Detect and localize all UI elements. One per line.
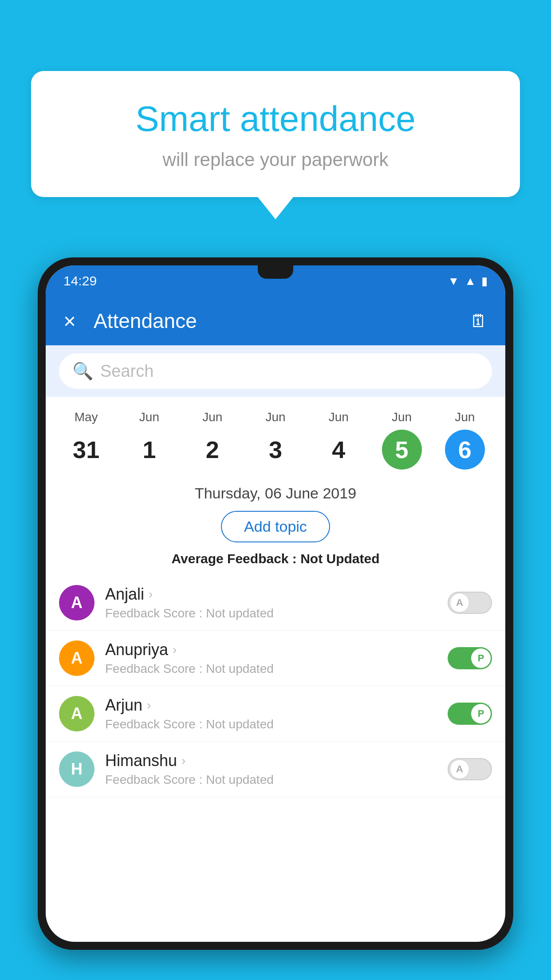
chevron-icon: › <box>149 587 153 601</box>
cal-month: Jun <box>265 410 285 424</box>
search-icon: 🔍 <box>72 361 93 381</box>
toggle-knob: P <box>471 648 491 668</box>
speech-bubble-tail <box>258 197 293 219</box>
cal-month: Jun <box>202 410 222 424</box>
attendance-toggle[interactable]: P <box>448 703 492 725</box>
bubble-subtitle: will replace your paperwork <box>67 149 484 170</box>
cal-date: 1 <box>129 430 169 470</box>
phone-outer: 14:29 ▼ ▲ ▮ × Attendance 🗓 🔍 Search <box>38 257 513 950</box>
search-bar[interactable]: 🔍 Search <box>59 353 492 389</box>
add-topic-button[interactable]: Add topic <box>221 511 330 542</box>
student-item[interactable]: AAnjali ›Feedback Score : Not updatedA <box>46 575 505 631</box>
avatar: H <box>59 751 94 787</box>
cal-month: Jun <box>329 410 349 424</box>
selected-date: Thursday, 06 June 2019 <box>46 485 505 502</box>
calendar-cell[interactable]: Jun2 <box>181 406 244 474</box>
bubble-title: Smart attendance <box>67 98 484 140</box>
feedback-score: Feedback Score : Not updated <box>105 773 437 787</box>
avatar: A <box>59 640 94 676</box>
student-info: Anupriya ›Feedback Score : Not updated <box>105 640 437 676</box>
search-bar-container: 🔍 Search <box>46 345 505 397</box>
attendance-toggle[interactable]: P <box>448 647 492 669</box>
avatar: A <box>59 585 94 620</box>
calendar-icon[interactable]: 🗓 <box>470 311 488 331</box>
calendar-cell[interactable]: Jun3 <box>244 406 307 474</box>
calendar-cell[interactable]: Jun1 <box>118 406 181 474</box>
student-name: Himanshu › <box>105 751 437 770</box>
calendar-cell[interactable]: May31 <box>55 406 118 474</box>
cal-month: Jun <box>392 410 412 424</box>
student-info: Arjun ›Feedback Score : Not updated <box>105 696 437 731</box>
cal-date: 5 <box>382 430 422 470</box>
cal-date: 6 <box>445 430 485 470</box>
toggle-knob: A <box>450 759 469 779</box>
calendar-cell[interactable]: Jun6 <box>433 406 496 474</box>
app-bar: × Attendance 🗓 <box>46 296 505 345</box>
cal-date: 3 <box>256 430 295 470</box>
phone-inner: 14:29 ▼ ▲ ▮ × Attendance 🗓 🔍 Search <box>46 265 505 942</box>
avatar: A <box>59 696 94 731</box>
calendar-row: May31Jun1Jun2Jun3Jun4Jun5Jun6 <box>46 397 505 474</box>
student-item[interactable]: AAnupriya ›Feedback Score : Not updatedP <box>46 631 505 686</box>
cal-date: 2 <box>193 430 232 470</box>
student-item[interactable]: AArjun ›Feedback Score : Not updatedP <box>46 686 505 742</box>
feedback-score: Feedback Score : Not updated <box>105 606 437 620</box>
phone-container: 14:29 ▼ ▲ ▮ × Attendance 🗓 🔍 Search <box>38 257 513 980</box>
speech-bubble-container: Smart attendance will replace your paper… <box>31 71 520 219</box>
toggle-knob: A <box>450 593 469 612</box>
avg-feedback: Average Feedback : Not Updated <box>46 551 505 571</box>
phone-notch <box>258 265 293 279</box>
calendar-cell[interactable]: Jun5 <box>370 406 433 474</box>
avg-feedback-label: Average Feedback : <box>171 551 300 566</box>
avg-feedback-value: Not Updated <box>300 551 379 566</box>
feedback-score: Feedback Score : Not updated <box>105 717 437 731</box>
toggle-knob: P <box>471 704 491 723</box>
chevron-icon: › <box>147 698 151 712</box>
cal-date: 31 <box>66 430 106 470</box>
student-item[interactable]: HHimanshu ›Feedback Score : Not updatedA <box>46 742 505 797</box>
search-placeholder: Search <box>100 362 153 381</box>
cal-month: May <box>75 410 98 424</box>
attendance-toggle[interactable]: A <box>448 758 492 780</box>
chevron-icon: › <box>173 643 177 657</box>
student-info: Himanshu ›Feedback Score : Not updated <box>105 751 437 787</box>
feedback-score: Feedback Score : Not updated <box>105 662 437 676</box>
student-list: AAnjali ›Feedback Score : Not updatedAAA… <box>46 575 505 797</box>
date-info: Thursday, 06 June 2019 Add topic Average… <box>46 474 505 571</box>
student-name: Anjali › <box>105 585 437 604</box>
status-time: 14:29 <box>63 273 97 288</box>
chevron-icon: › <box>181 754 185 768</box>
student-name: Anupriya › <box>105 640 437 659</box>
calendar-cell[interactable]: Jun4 <box>307 406 370 474</box>
attendance-toggle[interactable]: A <box>448 592 492 614</box>
wifi-icon: ▼ <box>448 274 460 288</box>
student-info: Anjali ›Feedback Score : Not updated <box>105 585 437 620</box>
battery-icon: ▮ <box>481 274 488 288</box>
cal-month: Jun <box>455 410 475 424</box>
status-icons: ▼ ▲ ▮ <box>448 274 488 288</box>
signal-icon: ▲ <box>464 274 476 288</box>
speech-bubble: Smart attendance will replace your paper… <box>31 71 520 197</box>
app-bar-title: Attendance <box>94 309 470 333</box>
close-button[interactable]: × <box>63 309 76 333</box>
cal-date: 4 <box>319 430 358 470</box>
cal-month: Jun <box>139 410 159 424</box>
student-name: Arjun › <box>105 696 437 715</box>
